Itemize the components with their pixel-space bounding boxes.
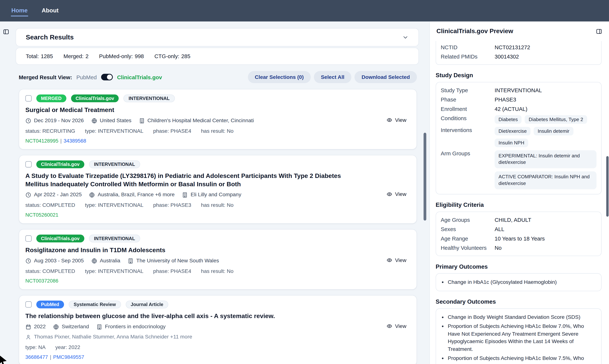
result-status-line: type: NAyear: 2022 [25,344,410,351]
result-title: Rosiglitazone and Insulin in T1DM Adoles… [25,246,359,254]
stat-ctg-only: CTG-only:285 [155,53,190,59]
publication-year: 2022 [25,323,46,330]
organization: Children's Hospital Medical Center, Cinc… [139,117,254,124]
study-type-badge: INTERVENTIONAL [124,94,175,102]
study-design-heading: Study Design [436,72,602,78]
authors: Thomas Pixner, Nathalie Stummer, Anna Ma… [25,333,410,340]
arm-groups: EXPERIMENTAL: Insulin detemir and diet/e… [494,150,596,189]
source-badge: PubMed [36,300,64,308]
preview-title: ClinicalTrials.gov Preview [436,28,513,35]
globe-icon [91,258,97,264]
eligibility-heading: Eligibility Criteria [436,201,602,208]
date-range: Dec 2019 - Nov 2026 [25,117,84,124]
chevron-down-icon[interactable] [402,34,409,40]
result-checkbox[interactable] [25,161,32,168]
result-title: A Study to Evaluate Tirzepatide (LY32981… [25,172,359,188]
countries: Australia [91,257,120,264]
result-card: ClinicalTrials.gov INTERVENTIONAL Rosigl… [19,229,417,290]
globe-icon [91,118,97,124]
merged-view-toggle-group: Merged Result View: PubMed ClinicalTrial… [19,74,162,80]
selection-buttons: Clear Selections (0) Select All Download… [248,71,417,83]
select-all-button[interactable]: Select All [314,71,351,83]
outcome-item: Proportion of Subjects Achieving HbA1c B… [448,322,596,353]
panel-left-icon [3,28,10,35]
result-checkbox[interactable] [25,235,32,242]
stat-total: Total:1285 [26,53,53,59]
stat-merged: Merged:2 [64,53,89,59]
nav-tab-home[interactable]: Home [11,5,28,16]
source-ctg-label: ClinicalTrials.gov [117,74,162,80]
organization: The University of New South Wales [128,257,219,264]
main-scrollbar-thumb[interactable] [424,133,427,221]
stat-pubmed-only: PubMed-only:998 [99,53,144,59]
toggle-knob [107,75,112,80]
page-body: Search Results Total:1285 Merged:2 PubMe… [0,22,609,364]
eye-icon [387,257,392,263]
result-status-line: status: COMPLETEDtype: INTERVENTIONALpha… [25,268,410,274]
eligibility-box: Age GroupsCHILD, ADULT SexesALL Age Rang… [436,212,602,256]
preview-nctid-link[interactable]: NCT02131272 [494,44,530,50]
date-range: Aug 2003 - Sep 2005 [25,257,84,264]
result-checkbox[interactable] [25,301,32,308]
result-ids: NCT05260021 [25,212,410,218]
pmid-link[interactable]: 34389568 [64,138,86,144]
nct-id-link[interactable]: NCT00372086 [25,278,58,284]
search-results-header[interactable]: Search Results [15,28,419,46]
preview-pmid-link[interactable]: 30014302 [494,53,519,60]
building-icon [182,192,188,198]
search-results-title: Search Results [26,33,74,41]
building-icon [128,258,134,264]
merged-view-label: Merged Result View: [19,74,72,80]
clear-selections-button[interactable]: Clear Selections (0) [248,71,311,83]
result-checkbox[interactable] [25,95,32,102]
study-type-badge: INTERVENTIONAL [89,160,140,168]
nct-id-link[interactable]: NCT05260021 [25,212,58,218]
clock-icon [25,258,31,264]
building-icon [139,118,145,124]
result-ids: NCT04128995|34389568 [25,138,410,144]
download-selected-button[interactable]: Download Selected [355,71,417,83]
conditions-pills: Diabetes Diabetes Mellitus, Type 2 [494,115,587,124]
nct-id-link[interactable]: NCT04128995 [25,138,58,144]
pmid-link[interactable]: 36686477 [25,354,48,360]
eye-icon [387,117,392,123]
nctid-row: NCTID NCT02131272 [441,43,596,52]
publication-type-badge: Systematic Review [68,300,121,308]
results-controls: Merged Result View: PubMed ClinicalTrial… [19,71,417,83]
result-ids: NCT00372086 [25,278,410,284]
result-card: MERGED ClinicalTrials.gov INTERVENTIONAL… [19,89,417,150]
date-range: Apr 2022 - Jan 2025 [25,191,82,198]
secondary-outcomes-heading: Secondary Outcomes [436,298,602,305]
source-toggle[interactable] [101,74,113,80]
journal: Frontiers in endocrinology [96,323,166,330]
calendar-icon [25,324,31,330]
publication-type-badge: Journal Article [126,300,168,308]
source-badge: ClinicalTrials.gov [36,234,84,242]
pmcid-link[interactable]: PMC9849557 [53,354,84,360]
view-button[interactable]: View [387,257,406,263]
study-type-badge: INTERVENTIONAL [89,234,140,242]
globe-icon [89,192,95,198]
view-button[interactable]: View [387,117,406,123]
view-button[interactable]: View [387,191,406,197]
nav-tab-about[interactable]: About [41,5,59,16]
results-stats-bar: Total:1285 Merged:2 PubMed-only:998 CTG-… [15,48,419,65]
clock-icon [25,118,31,124]
result-status-line: status: COMPLETEDtype: INTERVENTIONALpha… [25,202,410,208]
preview-id-box: NCTID NCT02131272 Related PMIDs 30014302 [436,41,602,65]
outcome-item: Proportion of Subjects Achieving HbA1c B… [448,354,596,364]
preview-scrollbar-thumb[interactable] [606,156,609,217]
view-button[interactable]: View [387,323,406,329]
outcome-item: Change in HbA1c (Glycosylated Haemoglobi… [448,278,596,286]
organization: Eli Lilly and Company [182,191,241,198]
primary-outcomes-heading: Primary Outcomes [436,263,602,270]
source-pubmed-label: PubMed [77,74,97,80]
countries: United States [91,117,131,124]
sidebar-toggle-button[interactable] [3,28,10,37]
ctg-preview-panel: ClinicalTrials.gov Preview NCTID NCT0213… [429,22,609,364]
person-icon [25,334,31,340]
primary-outcomes-box: Change in HbA1c (Glycosylated Haemoglobi… [436,273,602,291]
panel-right-icon[interactable] [596,28,602,35]
source-badge: ClinicalTrials.gov [36,160,84,168]
globe-icon [53,324,59,330]
